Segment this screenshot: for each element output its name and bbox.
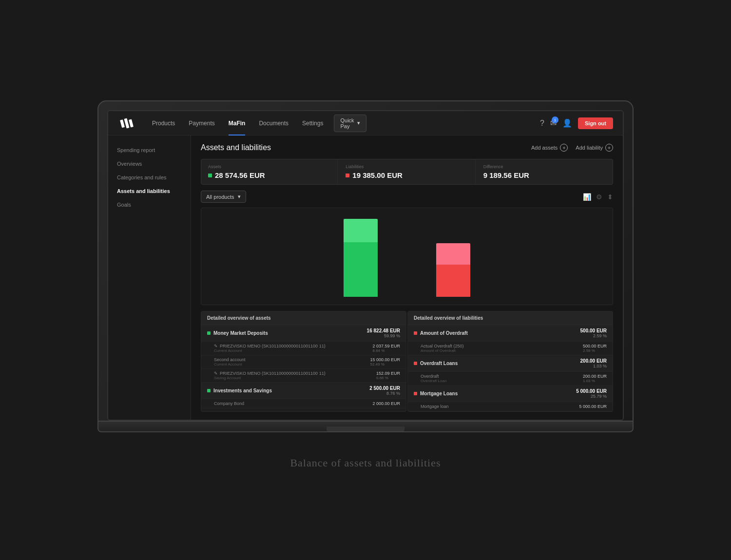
add-assets-icon: + xyxy=(560,144,568,152)
add-assets-button[interactable]: Add assets + xyxy=(531,144,568,152)
assets-bar-bottom xyxy=(344,242,378,297)
quick-pay-button[interactable]: Quick Pay ▾ xyxy=(334,115,366,132)
content: Assets and liabilities Add assets + Add … xyxy=(191,135,623,420)
liabilities-detail-header: Detailed overview of liabilities xyxy=(408,311,613,325)
detail-section-header-ol: Overdraft Loans 200.00 EUR 1.03 % xyxy=(408,355,613,371)
laptop-body: Products Payments MaFin Documents Settin xyxy=(97,100,634,422)
nav-payments[interactable]: Payments xyxy=(182,111,221,135)
notifications-icon[interactable]: ✉ 1 xyxy=(550,118,557,128)
chart-area xyxy=(201,208,613,305)
indicator-ol xyxy=(414,362,417,365)
export-icon[interactable]: ⬍ xyxy=(607,193,613,201)
app: Products Payments MaFin Documents Settin xyxy=(108,111,623,420)
sidebar: Spending report Overviews Categories and… xyxy=(108,135,191,420)
detail-sub-row-priezvisko1: ✎ PRIEZVISKO MENO (SK1011000000001100110… xyxy=(201,341,406,355)
sidebar-item-spending-report[interactable]: Spending report xyxy=(108,143,191,157)
nav-mafin[interactable]: MaFin xyxy=(222,111,252,135)
account-icon-1: ✎ xyxy=(214,344,218,348)
detail-row: Detailed overview of assets Money Market… xyxy=(201,311,613,412)
summary-liabilities: Liabilities 19 385.00 EUR xyxy=(339,159,475,184)
product-filter[interactable]: All products ▾ xyxy=(201,191,246,203)
detail-sub-row-second-account: Second account Current Account 15 000.00… xyxy=(201,355,406,368)
topnav: Products Payments MaFin Documents Settin xyxy=(108,111,623,135)
summary-difference: Difference 9 189.56 EUR xyxy=(477,159,613,184)
detail-section-header-inv: Investments and Savings 2 500.00 EUR 8.7… xyxy=(201,383,406,399)
nav-products[interactable]: Products xyxy=(145,111,182,135)
svg-rect-2 xyxy=(129,119,134,127)
laptop-base xyxy=(97,422,634,432)
nav-items: Products Payments MaFin Documents Settin xyxy=(145,111,366,135)
indicator-inv xyxy=(207,389,211,392)
liabilities-bar-bottom xyxy=(436,265,470,297)
assets-dot xyxy=(208,174,212,177)
account-icon-2: ✎ xyxy=(214,371,218,376)
liabilities-bar xyxy=(436,243,470,297)
add-liability-button[interactable]: Add liability + xyxy=(576,144,613,152)
detail-section-header-ml: Mortgage Loans 5 000.00 EUR 25.79 % xyxy=(408,386,613,402)
user-icon[interactable]: 👤 xyxy=(562,118,572,128)
detail-sub-row-actual-overdraft: Actual Overdraft (250) Amount of Overdra… xyxy=(408,341,613,355)
liabilities-bar-container xyxy=(436,215,470,297)
liabilities-detail-table: Detailed overview of liabilities Amount … xyxy=(407,311,613,412)
indicator-oa xyxy=(414,331,417,335)
detail-sub-row-priezvisko2: ✎ PRIEZVISKO MENO (SK1011000000001100110… xyxy=(201,368,406,382)
add-liability-icon: + xyxy=(605,144,613,152)
chevron-down-icon: ▾ xyxy=(357,120,360,126)
bar-chart-icon[interactable]: 📊 xyxy=(583,193,591,201)
chart-controls: 📊 ⚙ ⬍ xyxy=(583,193,613,201)
help-icon[interactable]: ? xyxy=(540,119,544,128)
main-layout: Spending report Overviews Categories and… xyxy=(108,135,623,420)
detail-sub-row-company-bond: Company Bond 2 000.00 EUR xyxy=(201,399,406,408)
detail-section-money-market: Money Market Deposits 16 822.48 EUR 59.9… xyxy=(201,325,406,383)
indicator-ml xyxy=(414,392,417,395)
summary-assets: Assets 28 574.56 EUR xyxy=(201,159,338,184)
summary-row: Assets 28 574.56 EUR Liabilities xyxy=(201,159,613,185)
sidebar-item-overviews[interactable]: Overviews xyxy=(108,157,191,171)
detail-section-header-oa: Amount of Overdraft 500.00 EUR 2.59 % xyxy=(408,325,613,341)
laptop-screen: Products Payments MaFin Documents Settin xyxy=(107,110,624,421)
svg-rect-1 xyxy=(124,118,130,128)
filter-chevron-icon: ▾ xyxy=(238,193,241,200)
indicator-mmd xyxy=(207,331,211,335)
sidebar-item-categories[interactable]: Categories and rules xyxy=(108,171,191,184)
detail-section-mortgage: Mortgage Loans 5 000.00 EUR 25.79 % xyxy=(408,386,613,411)
svg-rect-0 xyxy=(120,119,125,128)
detail-section-header-mmd: Money Market Deposits 16 822.48 EUR 59.9… xyxy=(201,325,406,341)
assets-detail-header: Detailed overview of assets xyxy=(201,311,406,325)
detail-section-overdraft-loans: Overdraft Loans 200.00 EUR 1.03 % xyxy=(408,355,613,386)
sidebar-item-assets[interactable]: Assets and liabilities xyxy=(108,184,191,198)
sidebar-item-goals[interactable]: Goals xyxy=(108,198,191,212)
settings-chart-icon[interactable]: ⚙ xyxy=(596,193,602,201)
liabilities-dot xyxy=(346,174,349,177)
detail-sub-row-overdraft: Overdraft Overdraft Loan 200.00 EUR 1.03… xyxy=(408,371,613,385)
filters-row: All products ▾ 📊 ⚙ ⬍ xyxy=(201,191,613,203)
assets-bar-container xyxy=(344,215,378,297)
detail-section-overdraft-amount: Amount of Overdraft 500.00 EUR 2.59 % xyxy=(408,325,613,355)
nav-settings[interactable]: Settings xyxy=(295,111,330,135)
caption: Balance of assets and liabilities xyxy=(290,457,441,469)
sign-out-button[interactable]: Sign out xyxy=(578,117,613,129)
logo xyxy=(118,115,135,132)
page-header: Assets and liabilities Add assets + Add … xyxy=(201,143,613,152)
detail-section-investments: Investments and Savings 2 500.00 EUR 8.7… xyxy=(201,383,406,408)
header-actions: Add assets + Add liability + xyxy=(531,144,613,152)
caption-text: Balance of assets and liabilities xyxy=(290,457,441,469)
laptop-wrapper: Products Payments MaFin Documents Settin xyxy=(97,100,634,432)
assets-bar-top xyxy=(344,219,378,242)
nav-documents[interactable]: Documents xyxy=(252,111,295,135)
liabilities-bar-top xyxy=(436,243,470,265)
assets-bar xyxy=(344,219,378,297)
assets-detail-table: Detailed overview of assets Money Market… xyxy=(201,311,406,412)
page-title: Assets and liabilities xyxy=(201,143,271,152)
nav-actions: ? ✉ 1 👤 Sign out xyxy=(540,117,613,129)
detail-sub-row-mortgage-loan: Mortgage loan 5 000.00 EUR xyxy=(408,402,613,411)
notification-badge: 1 xyxy=(552,116,558,123)
